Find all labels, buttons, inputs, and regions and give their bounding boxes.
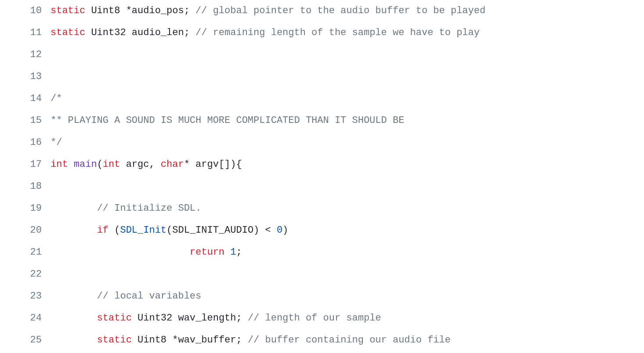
token-plain	[51, 225, 97, 236]
line-number: 17	[0, 154, 42, 176]
line-number: 16	[0, 132, 42, 154]
line-number: 22	[0, 263, 42, 285]
token-comment: /*	[51, 93, 62, 104]
code-line: */	[51, 132, 644, 154]
line-number: 11	[0, 22, 42, 44]
line-number: 15	[0, 110, 42, 132]
token-plain	[51, 203, 97, 214]
token-plain: )	[282, 225, 288, 236]
code-content[interactable]: static Uint8 *audio_pos; // global point…	[51, 0, 644, 351]
token-plain: Uint8 *wav_buffer;	[132, 335, 248, 346]
token-num: 0	[277, 225, 282, 236]
token-kw: static	[97, 335, 132, 346]
code-line	[51, 66, 644, 88]
token-plain: argc,	[120, 159, 160, 170]
code-line: ** PLAYING A SOUND IS MUCH MORE COMPLICA…	[51, 110, 644, 132]
token-plain	[51, 291, 97, 302]
code-viewer: 10111213141516171819202122232425 static …	[0, 0, 644, 351]
code-line: static Uint32 audio_len; // remaining le…	[51, 22, 644, 44]
token-fn: SDL_Init	[120, 225, 166, 236]
token-kw: char	[161, 159, 184, 170]
line-number: 12	[0, 44, 42, 66]
token-plain: ;	[236, 247, 242, 258]
line-number: 10	[0, 0, 42, 22]
line-number: 19	[0, 198, 42, 220]
token-comment: ** PLAYING A SOUND IS MUCH MORE COMPLICA…	[51, 115, 404, 126]
token-plain: Uint8 *audio_pos;	[85, 5, 195, 16]
token-plain: (	[97, 159, 103, 170]
code-line	[51, 263, 644, 285]
code-line: static Uint8 *wav_buffer; // buffer cont…	[51, 329, 644, 351]
code-line	[51, 44, 644, 66]
line-number: 13	[0, 66, 42, 88]
token-ident: main	[74, 159, 97, 170]
token-plain	[224, 247, 230, 258]
code-line	[51, 176, 644, 198]
token-num: 1	[230, 247, 236, 258]
token-plain: * argv[]){	[184, 159, 242, 170]
token-comment: // local variables	[97, 291, 202, 302]
token-comment: // global pointer to the audio buffer to…	[195, 5, 485, 16]
token-kw: static	[97, 313, 132, 324]
code-line: /*	[51, 88, 644, 110]
token-plain	[51, 313, 97, 324]
token-comment: // buffer containing our audio file	[248, 335, 451, 346]
token-plain: (	[109, 225, 120, 236]
token-comment: */	[51, 137, 62, 148]
token-plain	[68, 159, 74, 170]
token-plain	[51, 247, 190, 258]
line-number-gutter: 10111213141516171819202122232425	[0, 0, 51, 351]
code-line: // Initialize SDL.	[51, 198, 644, 220]
token-comment: // Initialize SDL.	[97, 203, 202, 214]
token-comment: // remaining length of the sample we hav…	[195, 27, 480, 38]
line-number: 23	[0, 285, 42, 307]
token-comment: // length of our sample	[248, 313, 381, 324]
token-plain	[51, 335, 97, 346]
line-number: 14	[0, 88, 42, 110]
code-line: static Uint32 wav_length; // length of o…	[51, 307, 644, 329]
line-number: 18	[0, 176, 42, 198]
code-line: static Uint8 *audio_pos; // global point…	[51, 0, 644, 22]
code-line: return 1;	[51, 241, 644, 263]
token-kw: if	[97, 225, 109, 236]
line-number: 25	[0, 329, 42, 351]
token-plain: (SDL_INIT_AUDIO) <	[166, 225, 277, 236]
token-kw: static	[51, 5, 85, 16]
code-line: if (SDL_Init(SDL_INIT_AUDIO) < 0)	[51, 220, 644, 241]
token-plain: Uint32 audio_len;	[85, 27, 195, 38]
code-line: // local variables	[51, 285, 644, 307]
token-kw: return	[190, 247, 224, 258]
line-number: 21	[0, 241, 42, 263]
token-plain: Uint32 wav_length;	[132, 313, 248, 324]
token-kw: static	[51, 27, 85, 38]
code-line: int main(int argc, char* argv[]){	[51, 154, 644, 176]
line-number: 20	[0, 220, 42, 241]
token-kw: int	[51, 159, 68, 170]
line-number: 24	[0, 307, 42, 329]
token-kw: int	[103, 159, 120, 170]
